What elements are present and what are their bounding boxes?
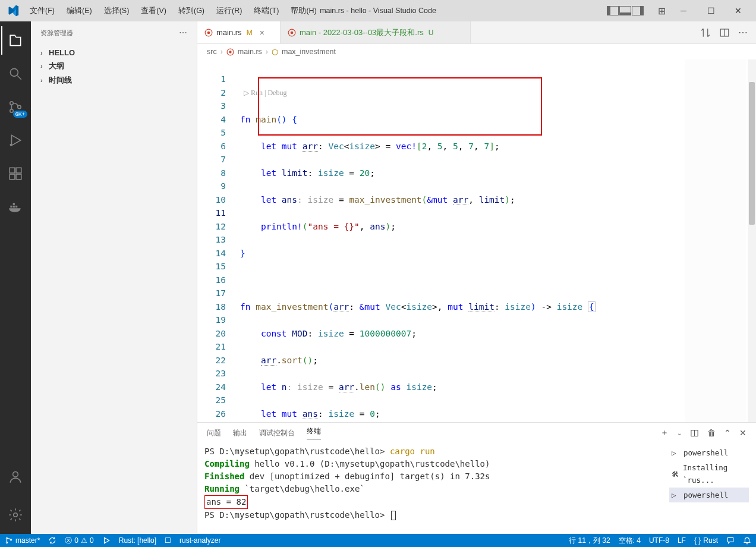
svg-rect-12 [15,206,17,208]
tab-label: main - 2022-03-03--03最大子段和.rs [300,27,424,38]
sidebar: 资源管理器 ⋯ ›HELLO ›大纲 ›时间线 [31,21,197,534]
svg-point-17 [207,31,210,34]
layout-grid-icon[interactable]: ⊞ [658,5,666,17]
rust-icon [204,29,213,37]
tab-label: main.rs [216,28,242,37]
rust-icon [288,29,296,37]
svg-point-27 [6,542,7,543]
close-panel-icon[interactable]: ✕ [739,428,746,438]
minimap[interactable] [685,59,746,422]
code-editor[interactable]: 12345 678910 1112131415 1617181920 21222… [197,59,756,422]
eol-status[interactable]: LF [678,536,686,545]
layout-controls[interactable] [607,6,644,15]
terminal-item[interactable]: ▷powershell [669,488,749,502]
maximize-panel-icon[interactable]: ⌃ [724,428,731,438]
tabs-row: main.rs M × main - 2022-03-03--03最大子段和.r… [197,21,756,44]
tab-untracked-u: U [429,29,434,37]
tab-modified-m: M [247,29,253,37]
account-icon[interactable] [1,463,30,491]
debug-status-icon[interactable] [102,536,111,545]
scm-badge: 6K+ [13,111,27,118]
breadcrumb-src[interactable]: src [207,48,217,56]
more-icon[interactable]: ⋯ [738,27,748,38]
tab-main-2022[interactable]: main - 2022-03-03--03最大子段和.rs U [281,21,471,43]
scrollbar[interactable] [748,59,756,422]
menu-view[interactable]: 查看(V) [136,4,171,18]
bell-icon[interactable] [743,536,751,545]
split-editor-icon[interactable] [719,27,730,38]
panel-tab-terminal[interactable]: 终端 [307,426,321,439]
svg-rect-9 [16,174,21,180]
sidebar-title: 资源管理器 [40,29,73,37]
dropdown-icon[interactable]: ⌄ [677,430,682,436]
compare-changes-icon[interactable] [700,27,711,38]
menu-run[interactable]: 运行(R) [212,4,247,18]
sidebar-more-icon[interactable]: ⋯ [179,28,187,37]
rust-project[interactable]: Rust: [hello] [119,536,156,545]
svg-rect-7 [16,168,21,173]
function-icon: ⬡ [272,48,278,56]
breadcrumb[interactable]: src › main.rs › ⬡ max_investment [197,44,756,59]
breadcrumb-file[interactable]: main.rs [238,48,262,56]
trash-icon[interactable]: 🗑 [707,428,716,438]
search-icon[interactable] [1,59,30,88]
cursor-position[interactable]: 行 11，列 32 [569,536,610,546]
menu-file[interactable]: 文件(F) [25,4,59,18]
svg-point-19 [291,31,294,34]
errors-warnings[interactable]: ⓧ 0 ⚠ 0 [65,536,93,546]
panel-tab-output[interactable]: 输出 [233,428,247,438]
language-status[interactable]: { } Rust [694,536,718,545]
editor-area: main.rs M × main - 2022-03-03--03最大子段和.r… [197,21,756,534]
indent-status[interactable]: 空格: 4 [619,536,641,546]
terminal[interactable]: PS D:\mysetup\gopath\rustcode\hello> car… [197,443,756,534]
feedback-icon[interactable] [726,536,735,545]
split-terminal-icon[interactable] [690,429,699,438]
menu-goto[interactable]: 转到(G) [174,4,209,18]
extensions-icon[interactable] [1,159,30,188]
branch-status[interactable]: master* [5,536,40,545]
explorer-icon[interactable] [1,26,30,55]
close-button[interactable]: ✕ [725,2,751,20]
svg-point-0 [10,68,18,76]
statusbar: master* ⓧ 0 ⚠ 0 Rust: [hello] ☐ rust-ana… [0,534,756,547]
breadcrumb-func[interactable]: max_investment [282,48,336,56]
menu-terminal[interactable]: 终端(T) [249,4,284,18]
section-timeline[interactable]: ›时间线 [31,73,197,87]
settings-icon[interactable] [1,501,30,529]
titlebar: 文件(F) 编辑(E) 选择(S) 查看(V) 转到(G) 运行(R) 终端(T… [0,0,756,21]
menu-help[interactable]: 帮助(H) [286,4,321,18]
minimize-button[interactable]: ─ [670,2,697,20]
terminal-item[interactable]: 🛠Installing `rus... [669,460,749,488]
run-debug-icon[interactable] [1,126,30,155]
maximize-button[interactable]: ☐ [698,2,724,20]
panel: 问题 输出 调试控制台 终端 ＋ ⌄ 🗑 ⌃ ✕ PS D:\mysetup\g… [197,422,756,534]
terminal-item[interactable]: ▷powershell [669,445,749,460]
checkbox-icon[interactable]: ☐ [165,536,171,545]
tab-main-rs[interactable]: main.rs M × [197,21,281,43]
svg-rect-8 [10,174,15,180]
encoding-status[interactable]: UTF-8 [649,536,669,545]
panel-tab-problems[interactable]: 问题 [207,428,221,438]
vscode-icon [5,2,21,19]
rust-icon [226,48,234,56]
svg-line-1 [17,76,21,80]
menu-select[interactable]: 选择(S) [99,4,134,18]
sync-icon[interactable] [48,536,56,545]
section-outline[interactable]: ›大纲 [31,59,197,73]
new-terminal-icon[interactable]: ＋ [660,427,669,438]
source-control-icon[interactable]: 6K+ [1,93,30,121]
folder-hello[interactable]: ›HELLO [31,46,197,59]
highlight-box-code [258,77,542,136]
activity-bar: 6K+ [0,21,31,534]
menu-edit[interactable]: 编辑(E) [62,4,97,18]
svg-point-15 [14,513,18,517]
svg-point-2 [10,102,13,105]
rust-analyzer-status[interactable]: rust-analyzer [179,536,220,545]
close-icon[interactable]: × [260,28,264,37]
docker-icon[interactable] [1,193,30,221]
panel-tab-debug[interactable]: 调试控制台 [259,428,295,438]
line-numbers: 12345 678910 1112131415 1617181920 21222… [197,59,240,422]
code-content[interactable]: ▷ Run | Debug fn main() { let mut arr: V… [240,59,756,422]
window-title: main.rs - hello - Visual Studio Code [320,7,436,15]
svg-point-5 [10,144,11,146]
